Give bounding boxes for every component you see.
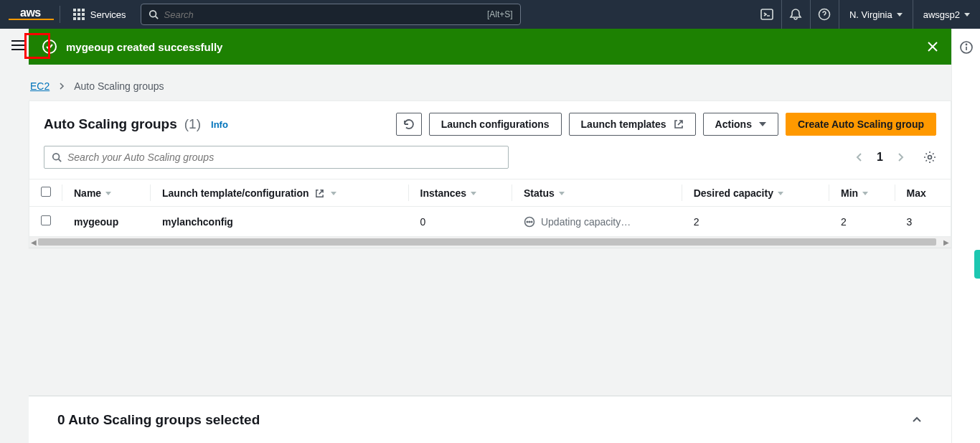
svg-point-28 [531, 221, 532, 223]
svg-point-19 [43, 40, 56, 53]
banner-message: mygeoup created successfully [66, 41, 222, 53]
col-name[interactable]: Name [62, 179, 151, 207]
panel-count: (1) [184, 116, 201, 132]
caret-down-icon [964, 13, 970, 17]
svg-rect-5 [82, 13, 85, 16]
sort-icon [471, 192, 476, 195]
cell-desired: 2 [682, 207, 829, 237]
table-search-input[interactable] [67, 151, 501, 163]
cloudshell-button[interactable] [753, 0, 781, 29]
account-menu[interactable]: awsgsp2 [913, 0, 980, 29]
info-panel-toggle[interactable] [959, 40, 974, 55]
svg-point-24 [928, 156, 932, 159]
expand-selection-panel-button[interactable] [911, 414, 923, 426]
svg-point-9 [149, 11, 156, 17]
sort-icon [862, 192, 868, 195]
feedback-tab[interactable] [974, 250, 980, 279]
svg-rect-6 [73, 17, 76, 20]
col-max[interactable]: Max [895, 179, 951, 207]
asg-panel: Auto Scaling groups (1) Info Launch conf… [29, 101, 951, 248]
scrollbar-thumb[interactable] [38, 238, 936, 246]
breadcrumb: EC2 Auto Scaling groups [29, 65, 951, 101]
col-instances[interactable]: Instances [409, 179, 512, 207]
success-banner: mygeoup created successfully [29, 29, 951, 65]
svg-rect-7 [77, 17, 80, 20]
hamburger-menu-button[interactable] [11, 40, 24, 50]
launch-configurations-button[interactable]: Launch configurations [429, 113, 562, 136]
global-search-input[interactable] [164, 9, 487, 20]
notifications-button[interactable] [781, 0, 810, 29]
col-desired[interactable]: Desired capacity [682, 179, 829, 207]
row-checkbox[interactable] [41, 215, 51, 225]
grid-icon [73, 9, 85, 20]
cell-max: 3 [895, 207, 951, 237]
banner-close-button[interactable] [927, 41, 938, 52]
col-status[interactable]: Status [512, 179, 682, 207]
services-menu-button[interactable]: Services [63, 0, 136, 29]
help-button[interactable] [810, 0, 839, 29]
actions-dropdown[interactable]: Actions [703, 113, 778, 136]
col-min[interactable]: Min [829, 179, 895, 207]
svg-rect-3 [73, 13, 76, 16]
svg-point-22 [53, 154, 60, 160]
external-link-icon [315, 189, 324, 198]
sort-icon [105, 192, 111, 195]
svg-point-27 [529, 221, 530, 223]
table-row[interactable]: mygeoup mylanchconfig 0 Updating capacit… [29, 207, 951, 237]
status-progress-icon [524, 216, 535, 228]
services-label: Services [90, 9, 126, 20]
sort-icon [559, 192, 565, 195]
scroll-left-icon: ◀ [31, 238, 37, 246]
launch-templates-label: Launch templates [581, 118, 666, 130]
table-search[interactable] [44, 146, 509, 169]
sort-icon [778, 192, 783, 195]
select-all-checkbox[interactable] [41, 187, 51, 197]
launch-config-link[interactable]: mylanchconfig [151, 207, 409, 237]
info-link[interactable]: Info [211, 119, 228, 130]
actions-label: Actions [715, 118, 752, 130]
breadcrumb-root[interactable]: EC2 [30, 80, 50, 92]
caret-down-icon [759, 122, 766, 126]
page-prev-button[interactable] [855, 153, 864, 162]
horizontal-scrollbar[interactable]: ◀ ▶ [29, 237, 951, 247]
refresh-icon [403, 118, 415, 130]
search-icon [149, 9, 159, 19]
svg-rect-1 [77, 9, 80, 11]
success-check-icon [42, 39, 57, 55]
svg-point-26 [527, 221, 528, 223]
svg-rect-2 [82, 9, 85, 11]
panel-title: Auto Scaling groups [44, 116, 177, 132]
table-settings-button[interactable] [923, 151, 936, 164]
info-rail [951, 29, 980, 443]
top-nav: aws Services [Alt+S] N. Virginia awsgsp2 [0, 0, 980, 29]
cell-instances: 0 [409, 207, 512, 237]
cell-status: Updating capacity… [524, 216, 671, 228]
svg-rect-4 [77, 13, 80, 16]
asg-table: Name Launch template/configuration Insta… [29, 179, 951, 237]
chevron-right-icon [58, 83, 65, 90]
caret-down-icon [897, 13, 903, 17]
breadcrumb-current: Auto Scaling groups [74, 80, 164, 92]
search-shortcut-hint: [Alt+S] [487, 9, 513, 19]
svg-rect-0 [73, 9, 76, 11]
create-asg-button[interactable]: Create Auto Scaling group [786, 113, 936, 136]
launch-templates-button[interactable]: Launch templates [569, 113, 696, 136]
selection-summary-bar: 0 Auto Scaling groups selected [29, 396, 951, 443]
aws-logo[interactable]: aws [9, 7, 54, 20]
region-label: N. Virginia [849, 9, 892, 20]
svg-point-18 [966, 44, 966, 45]
sort-icon [331, 192, 336, 195]
svg-rect-8 [82, 17, 85, 20]
region-selector[interactable]: N. Virginia [839, 0, 913, 29]
asg-name-link[interactable]: mygeoup [62, 207, 151, 237]
scroll-right-icon: ▶ [943, 238, 949, 246]
global-search[interactable]: [Alt+S] [141, 4, 521, 25]
external-link-icon [674, 119, 684, 129]
search-icon [52, 152, 62, 162]
refresh-button[interactable] [396, 113, 422, 136]
col-launch[interactable]: Launch template/configuration [151, 179, 409, 207]
selection-count-text: 0 Auto Scaling groups selected [57, 412, 260, 428]
page-next-button[interactable] [896, 153, 905, 162]
svg-line-10 [155, 17, 158, 19]
cell-min: 2 [829, 207, 895, 237]
